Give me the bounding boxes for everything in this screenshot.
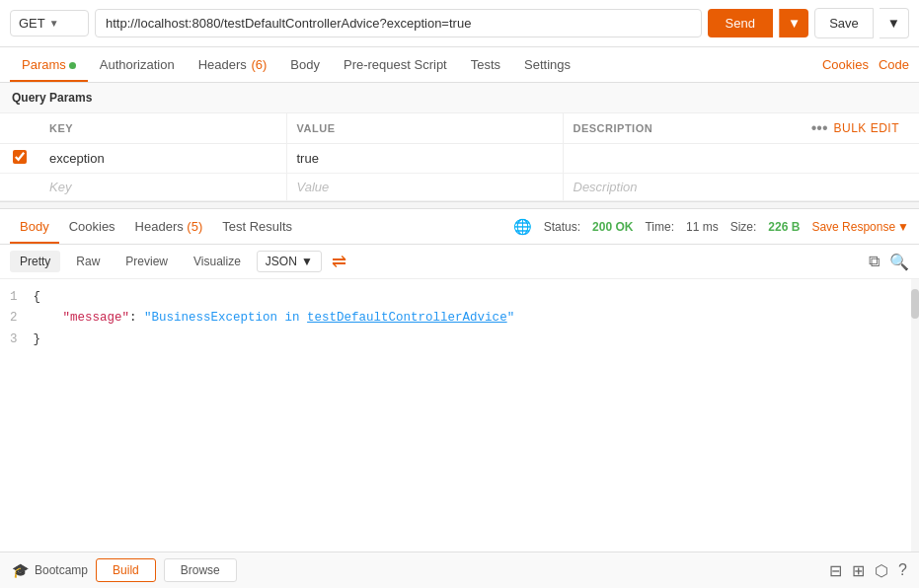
- send-button[interactable]: Send: [708, 9, 773, 37]
- fmt-tab-pretty-label: Pretty: [20, 255, 50, 268]
- resp-tab-headers-label: Headers: [135, 219, 184, 234]
- resp-tab-body-label: Body: [20, 219, 49, 234]
- tab-body[interactable]: Body: [278, 47, 332, 82]
- params-header-row: KEY VALUE DESCRIPTION ••• Bulk Edit: [0, 113, 919, 144]
- copy-icon[interactable]: ⧉: [869, 253, 880, 270]
- response-status-area: 🌐 Status: 200 OK Time: 11 ms Size: 226 B…: [513, 218, 909, 236]
- globe-icon: 🌐: [513, 218, 532, 236]
- code-content: { "message": "BusinessException in testD…: [28, 279, 919, 551]
- resp-tab-cookies[interactable]: Cookies: [59, 209, 125, 244]
- build-button[interactable]: Build: [96, 558, 156, 582]
- param-desc-cell: [563, 144, 919, 174]
- tab-headers-count: (6): [248, 57, 268, 72]
- col-desc-label: DESCRIPTION ••• Bulk Edit: [563, 113, 919, 144]
- json-link[interactable]: testDefaultControllerAdvice: [307, 311, 507, 325]
- param-checkbox[interactable]: [13, 150, 27, 164]
- bootcamp-area[interactable]: 🎓 Bootcamp: [12, 562, 88, 578]
- fmt-tab-pretty[interactable]: Pretty: [10, 251, 60, 272]
- table-row-empty: Key Value Description: [0, 174, 919, 201]
- wrap-icon[interactable]: ⇌: [332, 251, 346, 272]
- code-link[interactable]: Code: [879, 57, 909, 72]
- url-input[interactable]: [95, 9, 702, 37]
- status-label: Status:: [544, 220, 580, 234]
- tab-settings[interactable]: Settings: [512, 47, 582, 82]
- help-icon[interactable]: ?: [898, 561, 907, 579]
- fmt-tab-preview-label: Preview: [125, 255, 168, 268]
- fmt-tab-visualize[interactable]: Visualize: [184, 251, 251, 272]
- save-dropdown[interactable]: ▼: [880, 8, 909, 38]
- request-tabs: Params Authorization Headers (6) Body Pr…: [0, 47, 919, 83]
- col-key-header: [0, 113, 39, 144]
- format-select-chevron: ▼: [301, 255, 313, 268]
- key-placeholder: Key: [49, 180, 71, 194]
- tab-authorization-label: Authorization: [100, 57, 175, 72]
- resp-tab-headers-count: (5): [184, 219, 203, 234]
- tab-authorization[interactable]: Authorization: [88, 47, 187, 82]
- params-table: KEY VALUE DESCRIPTION ••• Bulk Edit exce…: [0, 113, 919, 201]
- size-value: 226 B: [768, 220, 800, 234]
- format-right-actions: ⧉ 🔍: [869, 253, 909, 271]
- code-area: 1 2 3 { "message": "BusinessException in…: [0, 279, 919, 551]
- value-placeholder: Value: [297, 180, 330, 194]
- code-line-3: }: [34, 330, 913, 350]
- size-label: Size:: [730, 220, 757, 234]
- resp-tab-body[interactable]: Body: [10, 209, 59, 244]
- save-response-button[interactable]: Save Response ▼: [811, 220, 909, 234]
- save-response-label: Save Response: [811, 220, 895, 234]
- layout-icon[interactable]: ⊟: [829, 561, 842, 580]
- query-params-label: Query Params: [0, 83, 919, 113]
- desc-placeholder: Description: [574, 180, 638, 194]
- bottom-right-icons: ⊟ ⊞ ⬡ ?: [829, 561, 907, 580]
- bootcamp-icon: 🎓: [12, 562, 29, 578]
- response-tabs-bar: Body Cookies Headers (5) Test Results 🌐 …: [0, 209, 919, 245]
- tab-tests[interactable]: Tests: [459, 47, 512, 82]
- tab-params[interactable]: Params: [10, 47, 88, 82]
- json-value-message: "BusinessException in testDefaultControl…: [144, 311, 514, 325]
- bottom-bar: 🎓 Bootcamp Build Browse ⊟ ⊞ ⬡ ?: [0, 551, 919, 588]
- split-icon[interactable]: ⊞: [852, 561, 865, 580]
- empty-key-cell[interactable]: Key: [39, 174, 286, 201]
- resp-tab-cookies-label: Cookies: [69, 219, 115, 234]
- format-select[interactable]: JSON ▼: [257, 251, 322, 272]
- empty-desc-cell[interactable]: Description: [563, 174, 919, 201]
- resp-tab-headers[interactable]: Headers (5): [125, 209, 213, 244]
- tab-headers[interactable]: Headers (6): [187, 47, 279, 82]
- time-value: 11 ms: [686, 220, 719, 234]
- browse-button[interactable]: Browse: [164, 558, 237, 582]
- tab-prerequest[interactable]: Pre-request Script: [332, 47, 459, 82]
- more-options-button[interactable]: •••: [811, 119, 828, 137]
- code-line-2: "message": "BusinessException in testDef…: [34, 308, 913, 329]
- col-key-label: KEY: [39, 113, 286, 144]
- method-select[interactable]: GET ▼: [10, 10, 89, 37]
- json-key-message: "message": [63, 311, 130, 325]
- resp-tab-test-results[interactable]: Test Results: [212, 209, 302, 244]
- cookies-link[interactable]: Cookies: [822, 57, 869, 72]
- checkbox-cell: [0, 144, 39, 174]
- code-line-1: {: [34, 287, 913, 308]
- bulk-edit-button[interactable]: Bulk Edit: [833, 121, 909, 135]
- tab-headers-label: Headers: [198, 57, 247, 72]
- section-divider: [0, 201, 919, 209]
- search-icon[interactable]: 🔍: [889, 253, 909, 271]
- scrollbar-thumb[interactable]: [911, 289, 919, 319]
- resp-tab-test-results-label: Test Results: [222, 219, 292, 234]
- table-row: exception true: [0, 144, 919, 174]
- bootcamp-label: Bootcamp: [35, 563, 88, 577]
- param-key: exception: [49, 151, 105, 166]
- fmt-tab-raw[interactable]: Raw: [66, 251, 110, 272]
- status-value: 200 OK: [592, 220, 633, 234]
- share-icon[interactable]: ⬡: [875, 561, 888, 580]
- fmt-tab-preview[interactable]: Preview: [115, 251, 178, 272]
- top-bar: GET ▼ Send ▼ Save ▼: [0, 0, 919, 47]
- send-dropdown[interactable]: ▼: [779, 9, 808, 37]
- tab-tests-label: Tests: [471, 57, 500, 72]
- empty-value-cell[interactable]: Value: [286, 174, 563, 201]
- time-label: Time:: [645, 220, 674, 234]
- fmt-tab-raw-label: Raw: [76, 255, 100, 268]
- tab-right-links: Cookies Code: [822, 57, 909, 72]
- format-bar: Pretty Raw Preview Visualize JSON ▼ ⇌ ⧉ …: [0, 245, 919, 279]
- line-numbers: 1 2 3: [0, 279, 28, 551]
- scrollbar-track[interactable]: [911, 279, 919, 551]
- tab-settings-label: Settings: [524, 57, 571, 72]
- save-button[interactable]: Save: [814, 8, 874, 38]
